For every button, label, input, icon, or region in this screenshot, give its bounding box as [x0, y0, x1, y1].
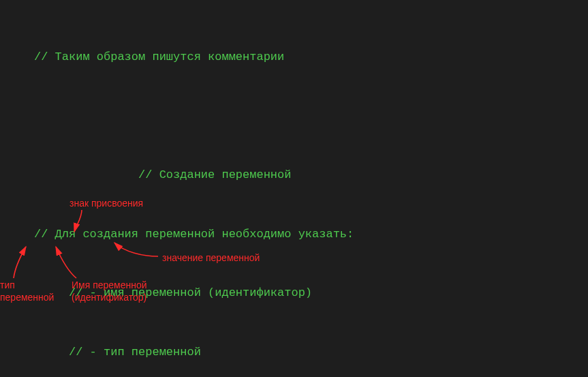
- annotation-name-line2: (идентификатор): [72, 292, 146, 303]
- annotation-variable-value: значение переменной: [162, 252, 260, 263]
- annotation-variable-type: тип переменной: [0, 280, 54, 303]
- annotation-assign-sign: знак присвоения: [69, 198, 143, 209]
- annotation-name-line1: Имя переменной: [72, 280, 147, 290]
- comment-line-3: // Для создания переменной необходимо ук…: [34, 228, 354, 241]
- annotation-variable-name: Имя переменной (идентификатор): [72, 280, 147, 303]
- annotation-type-line2: переменной: [0, 292, 54, 303]
- comment-line-2: // Создание переменной: [138, 168, 291, 181]
- code-editor: // Таким образом пишутся комментарии // …: [0, 0, 588, 377]
- annotation-type-line1: тип: [0, 280, 15, 290]
- comment-line-5: // - тип переменной: [69, 346, 201, 359]
- comment-line-1: // Таким образом пишутся комментарии: [34, 50, 284, 63]
